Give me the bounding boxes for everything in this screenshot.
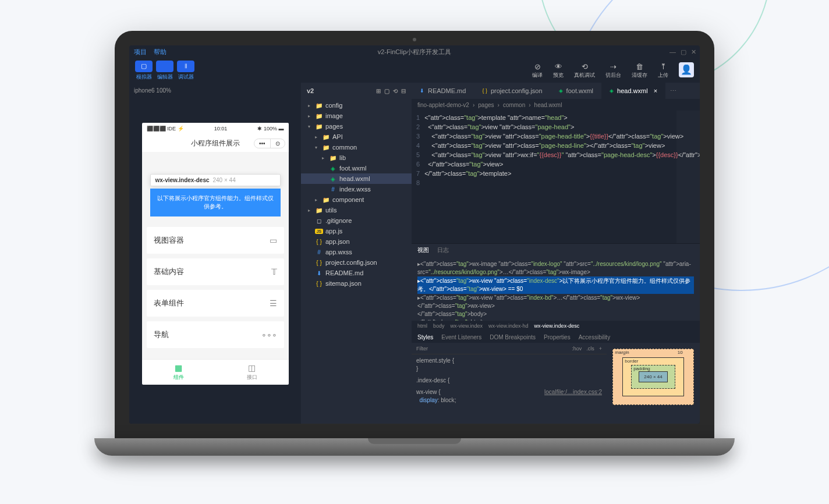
tree-component[interactable]: ▸📁component: [301, 194, 412, 205]
editor-tab-2[interactable]: ◈foot.wxml: [551, 83, 601, 99]
tabbar-item-1[interactable]: ◫接口: [215, 360, 289, 385]
styles-tab-2[interactable]: DOM Breakpoints: [490, 334, 536, 340]
file-explorer: v2 ⊞ ▢ ⟲ ⊟ ▸📁config▸📁image▾📁pages▸📁API▾📁…: [301, 83, 412, 424]
new-file-icon[interactable]: ⊞: [376, 88, 381, 94]
styles-tab-4[interactable]: Accessibility: [579, 334, 610, 340]
refresh-icon[interactable]: ⟲: [393, 88, 398, 94]
breadcrumb-3[interactable]: head.wxml: [534, 102, 562, 108]
status-carrier: ⬛⬛⬛ IDE ⚡: [147, 126, 184, 132]
gutter: 1 2 3 4 5 6 7 8: [412, 111, 424, 243]
tree-pages[interactable]: ▾📁pages: [301, 121, 412, 132]
menu-item-0[interactable]: 视图容器▭: [147, 227, 284, 254]
tree-utils[interactable]: ▸📁utils: [301, 205, 412, 215]
menu-item-1[interactable]: 基础内容𝕋: [147, 258, 284, 285]
explorer-root[interactable]: v2: [307, 87, 314, 94]
new-folder-icon[interactable]: ▢: [384, 88, 389, 94]
toolbar: ▢模拟器编辑器⫴调试器 ⊘编译👁预览⟲真机调试⇢切后台🗑清缓存⤒上传👤: [129, 58, 700, 83]
styles-tab-3[interactable]: Properties: [544, 334, 571, 340]
menu-project[interactable]: 项目: [134, 48, 147, 56]
toolbar-action-5[interactable]: ⤒上传: [658, 62, 668, 79]
window-minimize[interactable]: —: [669, 48, 676, 56]
styles-tab-0[interactable]: Styles: [417, 334, 433, 340]
status-battery: ✱ 100% ▬: [257, 126, 284, 132]
phone-frame: ⬛⬛⬛ IDE ⚡ 10:01 ✱ 100% ▬ 小程序组件展示 ••• ⊙: [142, 123, 289, 385]
toolbar-action-4[interactable]: 🗑清缓存: [632, 62, 647, 79]
menu-item-2[interactable]: 表单组件☰: [147, 290, 284, 317]
styles-filter-input[interactable]: Filter: [416, 346, 428, 352]
devtools: 视图日志 ▸<"attr">class="tag">wx-image "attr…: [412, 243, 700, 424]
dt-panel-0[interactable]: 视图: [417, 246, 429, 254]
tree-app.js[interactable]: JSapp.js: [301, 226, 412, 236]
menu-item-3[interactable]: 导航∘∘∘: [147, 321, 284, 348]
filter-ctrl-0[interactable]: :hov: [572, 346, 582, 352]
tree-README.md[interactable]: ⬇README.md: [301, 268, 412, 278]
laptop-frame: 项目 帮助 v2-FinClip小程序开发工具 — ▢ ✕ ▢模拟器编辑器⫴调试…: [94, 31, 735, 473]
toolbar-action-2[interactable]: ⟲真机调试: [574, 62, 595, 79]
dt-panel-1[interactable]: 日志: [437, 246, 449, 254]
breadcrumb-0[interactable]: fino-applet-demo-v2: [417, 102, 469, 108]
editor-area: ⬇README.md{ }project.config.json◈foot.wx…: [412, 83, 700, 424]
inspector-tooltip: wx-view.index-desc240 × 44: [150, 174, 281, 186]
editor-tab-0[interactable]: ⬇README.md: [412, 83, 474, 99]
toolbar-btn-1[interactable]: [156, 61, 173, 72]
editor-tab-3[interactable]: ◈head.wxml×: [601, 83, 665, 99]
highlighted-element[interactable]: 以下将展示小程序官方组件能力。组件样式仅供参考。: [150, 189, 281, 216]
tree-.gitignore[interactable]: ◻.gitignore: [301, 215, 412, 226]
minimap[interactable]: [676, 111, 700, 243]
filter-ctrl-2[interactable]: +: [599, 346, 602, 352]
dom-bc-4[interactable]: wx-view.index-desc: [534, 323, 580, 329]
tree-project.config.json[interactable]: { }project.config.json: [301, 257, 412, 268]
tree-sitemap.json[interactable]: { }sitemap.json: [301, 278, 412, 289]
capsule-menu-icon[interactable]: •••: [254, 139, 271, 148]
dom-bc-0[interactable]: html: [417, 323, 427, 329]
toolbar-action-3[interactable]: ⇢切后台: [605, 62, 621, 79]
dom-bc-1[interactable]: body: [433, 323, 445, 329]
tree-index.wxss[interactable]: #index.wxss: [301, 184, 412, 194]
toolbar-btn-0[interactable]: ▢: [135, 61, 153, 72]
window-maximize[interactable]: ▢: [681, 48, 686, 56]
dom-bc-3[interactable]: wx-view.index-hd: [488, 323, 529, 329]
filter-ctrl-1[interactable]: .cls: [586, 346, 594, 352]
dom-bc-2[interactable]: wx-view.index: [451, 323, 483, 329]
styles-tab-1[interactable]: Event Listeners: [441, 334, 481, 340]
ide-window: 项目 帮助 v2-FinClip小程序开发工具 — ▢ ✕ ▢模拟器编辑器⫴调试…: [129, 45, 700, 424]
capsule-close-icon[interactable]: ⊙: [271, 139, 285, 148]
tree-config[interactable]: ▸📁config: [301, 100, 412, 111]
box-model: margin 10 border padding 240 × 44: [607, 343, 700, 424]
menubar: 项目 帮助 v2-FinClip小程序开发工具 — ▢ ✕: [129, 45, 700, 58]
breadcrumb-2[interactable]: common: [503, 102, 525, 108]
code-content[interactable]: <"attr">class="tag">template "attr">name…: [424, 111, 700, 243]
app-title: 小程序组件展示: [191, 139, 240, 148]
tree-lib[interactable]: ▸📁lib: [301, 152, 412, 163]
tab-more-icon[interactable]: ⋯: [665, 87, 681, 95]
status-time: 10:01: [214, 126, 228, 132]
window-title: v2-FinClip小程序开发工具: [378, 48, 452, 56]
editor-tab-1[interactable]: { }project.config.json: [474, 83, 550, 99]
tree-image[interactable]: ▸📁image: [301, 111, 412, 121]
toolbar-action-1[interactable]: 👁预览: [553, 62, 564, 79]
tree-app.json[interactable]: { }app.json: [301, 236, 412, 247]
toolbar-btn-2[interactable]: ⫴: [177, 61, 194, 72]
tree-head.wxml[interactable]: ◈head.wxml: [301, 173, 412, 184]
dom-tree[interactable]: ▸<"attr">class="tag">wx-image "attr">cla…: [412, 257, 700, 321]
tree-common[interactable]: ▾📁common: [301, 142, 412, 152]
window-close[interactable]: ✕: [691, 48, 696, 56]
tree-app.wxss[interactable]: #app.wxss: [301, 247, 412, 257]
tree-API[interactable]: ▸📁API: [301, 132, 412, 142]
simulator-panel: iphone6 100% ⬛⬛⬛ IDE ⚡ 10:01 ✱ 100% ▬ 小程…: [129, 83, 301, 424]
toolbar-action-0[interactable]: ⊘编译: [532, 62, 543, 79]
menu-help[interactable]: 帮助: [154, 48, 166, 56]
breadcrumb-1[interactable]: pages: [478, 102, 494, 108]
avatar[interactable]: 👤: [679, 62, 694, 77]
simulator-device-info: iphone6 100%: [134, 87, 296, 94]
collapse-icon[interactable]: ⊟: [401, 88, 406, 94]
tabbar-item-0[interactable]: ▦组件: [142, 360, 215, 385]
tree-foot.wxml[interactable]: ◈foot.wxml: [301, 163, 412, 173]
